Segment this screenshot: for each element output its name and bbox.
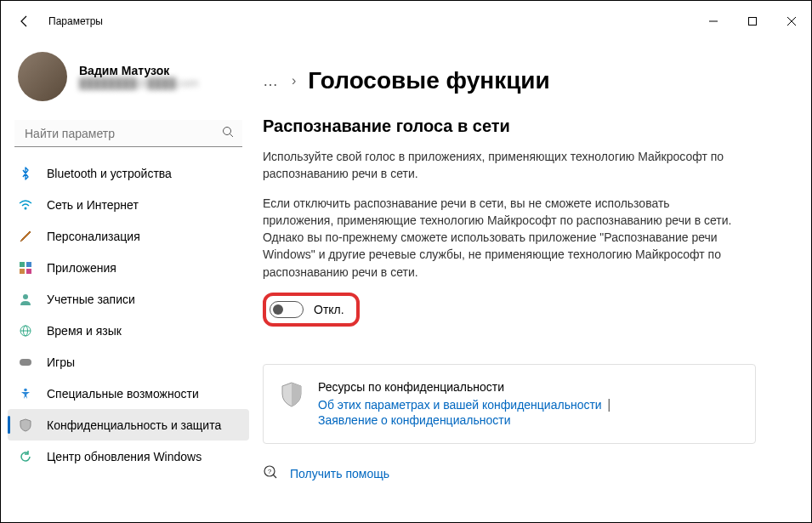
nav-label: Центр обновления Windows — [47, 450, 202, 463]
nav-label: Время и язык — [47, 324, 122, 338]
maximize-button[interactable] — [733, 8, 772, 35]
toggle-highlight: Откл. — [263, 293, 360, 327]
privacy-link-about[interactable]: Об этих параметрах и вашей конфиденциаль… — [318, 398, 602, 412]
close-icon — [787, 17, 796, 26]
search-input[interactable] — [14, 120, 242, 147]
svg-point-16 — [24, 388, 27, 391]
shield-icon — [281, 382, 303, 404]
nav-label: Игры — [47, 355, 75, 369]
svg-text:?: ? — [268, 468, 272, 475]
profile-email: ████████@████.com — [79, 77, 198, 89]
svg-rect-1 — [749, 18, 757, 26]
search-icon — [222, 126, 234, 141]
arrow-left-icon — [18, 14, 31, 28]
minimize-button[interactable] — [694, 8, 733, 35]
nav-label: Персонализация — [47, 230, 140, 243]
help-row: ? Получить помощь — [263, 464, 791, 490]
shield-icon — [18, 418, 33, 433]
maximize-icon — [748, 17, 757, 26]
breadcrumb-more[interactable]: … — [263, 72, 280, 90]
nav-list: Bluetooth и устройства Сеть и Интернет П… — [8, 157, 249, 522]
online-speech-toggle[interactable] — [270, 301, 304, 318]
nav-privacy[interactable]: Конфиденциальность и защита — [8, 409, 249, 441]
titlebar: Параметры — [1, 1, 811, 42]
window-controls — [694, 8, 811, 35]
nav-label: Специальные возможности — [47, 387, 199, 401]
nav-windows-update[interactable]: Центр обновления Windows — [8, 441, 249, 472]
svg-rect-10 — [26, 269, 31, 274]
svg-rect-7 — [20, 262, 25, 267]
svg-rect-15 — [20, 359, 31, 366]
svg-line-19 — [273, 475, 276, 478]
breadcrumb: … › Голосовые функции — [263, 67, 791, 94]
window-title: Параметры — [48, 15, 103, 27]
link-separator: | — [607, 397, 610, 412]
nav-time-language[interactable]: Время и язык — [8, 315, 249, 346]
profile-name: Вадим Матузок — [79, 64, 198, 77]
nav-label: Bluetooth и устройства — [47, 167, 172, 180]
back-button[interactable] — [11, 8, 38, 35]
nav-label: Сеть и Интернет — [47, 198, 139, 212]
help-icon: ? — [263, 464, 278, 483]
nav-bluetooth[interactable]: Bluetooth и устройства — [8, 157, 249, 189]
page-title: Голосовые функции — [308, 67, 549, 94]
get-help-link[interactable]: Получить помощь — [290, 467, 389, 480]
nav-label: Приложения — [47, 261, 116, 275]
privacy-resources-card: Ресурсы по конфиденциальности Об этих па… — [263, 364, 756, 444]
section-paragraph-2: Если отключить распознавание речи в сети… — [263, 195, 739, 281]
sidebar: Вадим Матузок ████████@████.com Bluetoot… — [1, 42, 256, 522]
section-heading: Распознавание голоса в сети — [263, 117, 791, 136]
main-content: … › Голосовые функции Распознавание голо… — [256, 42, 811, 522]
svg-point-4 — [224, 128, 231, 135]
person-icon — [18, 292, 33, 307]
privacy-card-heading: Ресурсы по конфиденциальности — [318, 380, 612, 394]
nav-apps[interactable]: Приложения — [8, 252, 249, 283]
svg-rect-9 — [20, 269, 25, 274]
section-paragraph-1: Используйте свой голос в приложениях, пр… — [263, 148, 739, 183]
nav-gaming[interactable]: Игры — [8, 346, 249, 378]
close-button[interactable] — [772, 8, 811, 35]
nav-label: Учетные записи — [47, 293, 135, 306]
nav-network[interactable]: Сеть и Интернет — [8, 189, 249, 220]
search-box — [14, 120, 242, 147]
profile-block[interactable]: Вадим Матузок ████████@████.com — [8, 42, 249, 117]
svg-line-5 — [230, 134, 234, 138]
accessibility-icon — [18, 386, 33, 401]
svg-rect-8 — [26, 262, 31, 267]
apps-icon — [18, 260, 33, 276]
update-icon — [18, 449, 33, 464]
toggle-label: Откл. — [314, 303, 344, 316]
bluetooth-icon — [18, 166, 33, 181]
nav-label: Конфиденциальность и защита — [47, 418, 221, 432]
gamepad-icon — [18, 355, 33, 370]
wifi-icon — [18, 197, 33, 213]
svg-point-6 — [25, 207, 27, 209]
globe-icon — [18, 323, 33, 338]
toggle-knob — [273, 304, 283, 315]
privacy-link-statement[interactable]: Заявление о конфиденциальности — [318, 413, 510, 427]
nav-personalization[interactable]: Персонализация — [8, 220, 249, 252]
minimize-icon — [709, 17, 718, 26]
svg-point-11 — [23, 294, 28, 299]
nav-accessibility[interactable]: Специальные возможности — [8, 378, 249, 409]
brush-icon — [18, 229, 33, 244]
nav-accounts[interactable]: Учетные записи — [8, 283, 249, 315]
avatar — [18, 52, 67, 101]
chevron-right-icon: › — [292, 73, 296, 88]
